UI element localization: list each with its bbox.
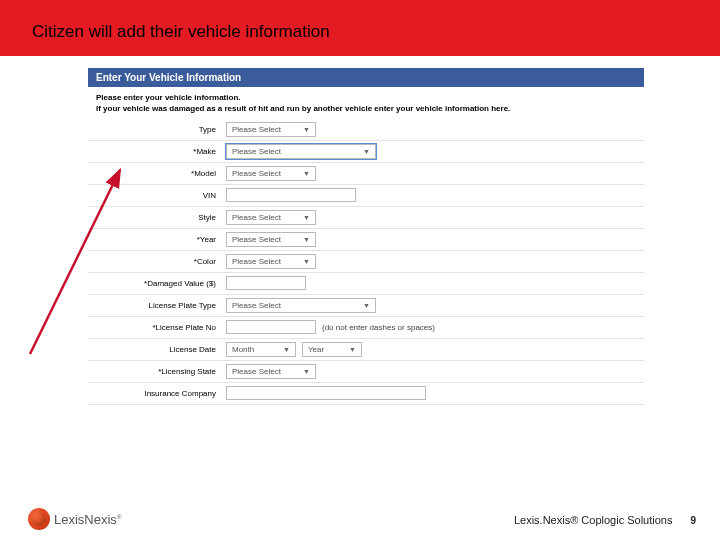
label-damaged-value: *Damaged Value ($) [96, 279, 226, 288]
brand-logo: LexisNexis® [28, 508, 121, 530]
select-make[interactable]: Please Select ▼ [226, 144, 376, 159]
select-license-year[interactable]: Year ▼ [302, 342, 362, 357]
label-insurance-company: Insurance Company [96, 389, 226, 398]
label-license-plate-no: *License Plate No [96, 323, 226, 332]
chevron-down-icon: ▼ [363, 302, 370, 309]
select-licensing-state-value: Please Select [232, 367, 281, 376]
row-style: Style Please Select ▼ [88, 207, 644, 229]
row-model: *Model Please Select ▼ [88, 163, 644, 185]
row-color: *Color Please Select ▼ [88, 251, 644, 273]
row-license-plate-type: License Plate Type Please Select ▼ [88, 295, 644, 317]
input-vin[interactable] [226, 188, 356, 202]
select-model[interactable]: Please Select ▼ [226, 166, 316, 181]
select-year[interactable]: Please Select ▼ [226, 232, 316, 247]
chevron-down-icon: ▼ [303, 126, 310, 133]
row-damaged-value: *Damaged Value ($) [88, 273, 644, 295]
select-license-year-value: Year [308, 345, 324, 354]
select-license-month[interactable]: Month ▼ [226, 342, 296, 357]
brand-a: Lexis [54, 512, 84, 527]
label-licensing-state: *Licensing State [96, 367, 226, 376]
footer: LexisNexis® Lexis.Nexis® Coplogic Soluti… [0, 498, 720, 540]
select-license-plate-type-value: Please Select [232, 301, 281, 310]
registered-icon: ® [117, 513, 121, 519]
panel-header: Enter Your Vehicle Information [88, 68, 644, 87]
select-type[interactable]: Please Select ▼ [226, 122, 316, 137]
select-licensing-state[interactable]: Please Select ▼ [226, 364, 316, 379]
label-year: *Year [96, 235, 226, 244]
select-license-plate-type[interactable]: Please Select ▼ [226, 298, 376, 313]
select-style-value: Please Select [232, 213, 281, 222]
form-panel: Enter Your Vehicle Information Please en… [88, 68, 644, 405]
row-vin: VIN [88, 185, 644, 207]
chevron-down-icon: ▼ [283, 346, 290, 353]
label-make: *Make [96, 147, 226, 156]
input-damaged-value[interactable] [226, 276, 306, 290]
row-year: *Year Please Select ▼ [88, 229, 644, 251]
label-color: *Color [96, 257, 226, 266]
footer-product: Lexis.Nexis® Coplogic Solutions [514, 514, 673, 526]
row-type: Type Please Select ▼ [88, 119, 644, 141]
form-rows: Type Please Select ▼ *Make Please Select… [88, 119, 644, 405]
chevron-down-icon: ▼ [303, 214, 310, 221]
label-vin: VIN [96, 191, 226, 200]
select-year-value: Please Select [232, 235, 281, 244]
logo-icon [28, 508, 50, 530]
select-model-value: Please Select [232, 169, 281, 178]
label-license-date: License Date [96, 345, 226, 354]
hint-license-plate-no: (do not enter dashes or spaces) [322, 323, 435, 332]
instruction-line-2: If your vehicle was damaged as a result … [96, 104, 510, 113]
chevron-down-icon: ▼ [303, 258, 310, 265]
select-type-value: Please Select [232, 125, 281, 134]
chevron-down-icon: ▼ [363, 148, 370, 155]
chevron-down-icon: ▼ [303, 368, 310, 375]
row-license-date: License Date Month ▼ Year ▼ [88, 339, 644, 361]
page-number: 9 [690, 515, 696, 526]
select-style[interactable]: Please Select ▼ [226, 210, 316, 225]
chevron-down-icon: ▼ [303, 236, 310, 243]
label-style: Style [96, 213, 226, 222]
slide: Citizen will add their vehicle informati… [0, 0, 720, 540]
label-type: Type [96, 125, 226, 134]
select-color-value: Please Select [232, 257, 281, 266]
panel-instructions: Please enter your vehicle information. I… [88, 87, 644, 119]
slide-title: Citizen will add their vehicle informati… [32, 22, 330, 42]
brand-b: Nexis [84, 512, 117, 527]
input-insurance-company[interactable] [226, 386, 426, 400]
row-insurance-company: Insurance Company [88, 383, 644, 405]
footer-right: Lexis.Nexis® Coplogic Solutions 9 [514, 514, 696, 526]
select-color[interactable]: Please Select ▼ [226, 254, 316, 269]
instruction-line-1: Please enter your vehicle information. [96, 93, 241, 102]
row-license-plate-no: *License Plate No (do not enter dashes o… [88, 317, 644, 339]
row-make: *Make Please Select ▼ [88, 141, 644, 163]
logo-text: LexisNexis® [54, 512, 121, 527]
row-licensing-state: *Licensing State Please Select ▼ [88, 361, 644, 383]
chevron-down-icon: ▼ [303, 170, 310, 177]
select-make-value: Please Select [232, 147, 281, 156]
label-license-plate-type: License Plate Type [96, 301, 226, 310]
input-license-plate-no[interactable] [226, 320, 316, 334]
label-model: *Model [96, 169, 226, 178]
select-license-month-value: Month [232, 345, 254, 354]
chevron-down-icon: ▼ [349, 346, 356, 353]
